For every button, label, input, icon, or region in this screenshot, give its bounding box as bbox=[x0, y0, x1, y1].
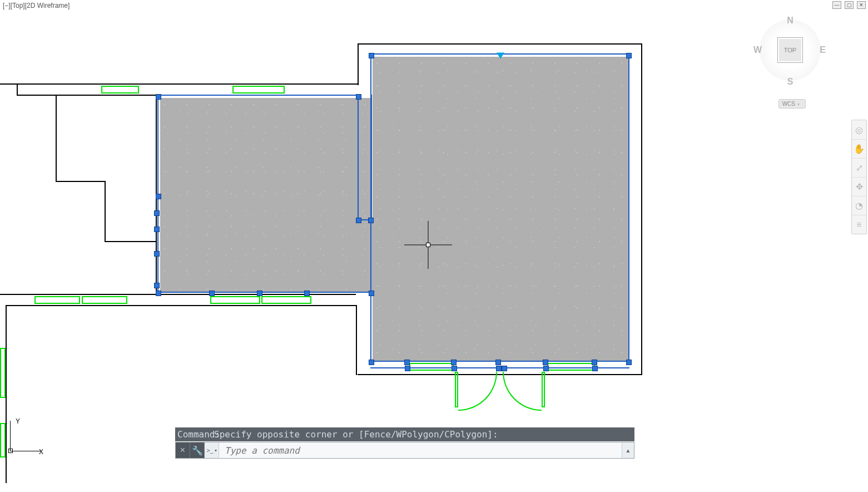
wall bbox=[6, 305, 356, 306]
selected-polyline[interactable] bbox=[157, 292, 372, 293]
grip[interactable] bbox=[496, 366, 502, 371]
wall bbox=[17, 95, 156, 96]
window-opening[interactable] bbox=[210, 296, 260, 304]
wall bbox=[0, 83, 358, 85]
nav-pan-icon[interactable]: ✋ bbox=[852, 139, 866, 158]
grip[interactable] bbox=[543, 366, 549, 371]
window-opening[interactable] bbox=[409, 363, 454, 371]
selected-polyline[interactable] bbox=[358, 95, 372, 220]
viewcube[interactable]: N S E W TOP bbox=[757, 17, 824, 83]
wall bbox=[358, 43, 642, 45]
command-expand-button[interactable]: ▲ bbox=[622, 442, 634, 458]
viewcube-top[interactable]: TOP bbox=[777, 37, 803, 63]
grip[interactable] bbox=[369, 53, 374, 58]
grip[interactable] bbox=[543, 360, 548, 365]
wall bbox=[358, 374, 642, 375]
wall bbox=[0, 294, 356, 295]
ucs-x-label: X bbox=[39, 448, 43, 456]
selected-polyline[interactable] bbox=[157, 95, 360, 293]
wall bbox=[105, 181, 106, 242]
wall bbox=[356, 305, 357, 375]
compass-w[interactable]: W bbox=[753, 45, 762, 55]
grip[interactable] bbox=[502, 366, 507, 371]
selected-polyline[interactable] bbox=[370, 53, 629, 363]
grip[interactable] bbox=[257, 291, 262, 296]
grip[interactable] bbox=[209, 291, 215, 296]
grip[interactable] bbox=[156, 194, 161, 199]
grip[interactable] bbox=[369, 360, 374, 365]
grip[interactable] bbox=[451, 360, 457, 365]
compass-e[interactable]: E bbox=[820, 45, 826, 55]
compass-s[interactable]: S bbox=[787, 77, 793, 87]
door-leaf[interactable] bbox=[542, 372, 545, 407]
nav-orbit-icon[interactable]: ✥ bbox=[852, 177, 866, 196]
wall bbox=[56, 95, 57, 182]
nav-menu-icon[interactable]: ≡ bbox=[852, 215, 866, 234]
wall bbox=[56, 181, 106, 182]
model-viewport[interactable]: [−][Top][2D Wireframe] — ▢ ✕ bbox=[0, 0, 868, 492]
grip[interactable] bbox=[154, 251, 160, 257]
command-prompt: Command: bbox=[177, 429, 220, 440]
crosshair-pickbox bbox=[426, 243, 430, 247]
grip[interactable] bbox=[368, 218, 374, 223]
grip[interactable] bbox=[452, 366, 457, 371]
ucs-y-label: Y bbox=[16, 417, 20, 425]
drawing-canvas[interactable] bbox=[0, 0, 868, 492]
nav-zoom-icon[interactable]: ⤢ bbox=[852, 158, 866, 177]
nav-steering-wheel-icon[interactable]: ◎ bbox=[852, 120, 866, 139]
grip[interactable] bbox=[405, 366, 410, 371]
window-opening[interactable] bbox=[232, 86, 285, 94]
grip[interactable] bbox=[369, 291, 374, 296]
door-arc bbox=[458, 372, 497, 411]
wall bbox=[17, 83, 18, 96]
grip[interactable] bbox=[156, 291, 161, 296]
command-history: Command: Specify opposite corner or [Fen… bbox=[175, 427, 634, 441]
grip[interactable] bbox=[495, 360, 501, 365]
grip[interactable] bbox=[404, 360, 410, 365]
wall bbox=[641, 43, 642, 375]
grip[interactable] bbox=[356, 94, 361, 100]
wcs-dropdown[interactable]: WCS bbox=[778, 99, 806, 109]
command-input[interactable] bbox=[219, 442, 622, 458]
door-arc bbox=[503, 372, 542, 411]
grip[interactable] bbox=[304, 291, 310, 296]
grip[interactable] bbox=[626, 53, 632, 58]
grip[interactable] bbox=[154, 227, 160, 232]
window-opening[interactable] bbox=[547, 363, 595, 371]
command-close-button[interactable]: × bbox=[176, 442, 190, 458]
grip[interactable] bbox=[356, 218, 361, 223]
grip[interactable] bbox=[154, 283, 160, 288]
grip[interactable] bbox=[626, 360, 632, 365]
wall bbox=[6, 305, 7, 483]
midpoint-marker[interactable] bbox=[497, 53, 504, 59]
wall bbox=[105, 241, 157, 242]
command-history-text: Specify opposite corner or [Fence/WPolyg… bbox=[214, 429, 498, 440]
window-opening[interactable] bbox=[82, 296, 127, 304]
window-opening[interactable] bbox=[34, 296, 80, 304]
command-line: Command: Specify opposite corner or [Fen… bbox=[175, 427, 634, 459]
wall bbox=[358, 43, 359, 85]
selected-polyline[interactable] bbox=[370, 292, 371, 362]
grip[interactable] bbox=[592, 366, 598, 371]
command-recent-button[interactable]: >_ bbox=[205, 442, 219, 458]
nav-showmotion-icon[interactable]: ◔ bbox=[852, 196, 866, 215]
command-bar: × 🔧 >_ ▲ bbox=[175, 442, 634, 459]
window-opening[interactable] bbox=[0, 423, 6, 457]
window-opening[interactable] bbox=[101, 86, 139, 94]
command-options-button[interactable]: 🔧 bbox=[190, 442, 205, 458]
grip[interactable] bbox=[154, 210, 160, 216]
navigation-bar: ◎ ✋ ⤢ ✥ ◔ ≡ bbox=[851, 120, 867, 234]
window-opening[interactable] bbox=[261, 296, 311, 304]
compass-n[interactable]: N bbox=[787, 16, 793, 26]
grip[interactable] bbox=[156, 94, 161, 100]
window-opening[interactable] bbox=[0, 348, 6, 398]
grip[interactable] bbox=[592, 360, 597, 365]
